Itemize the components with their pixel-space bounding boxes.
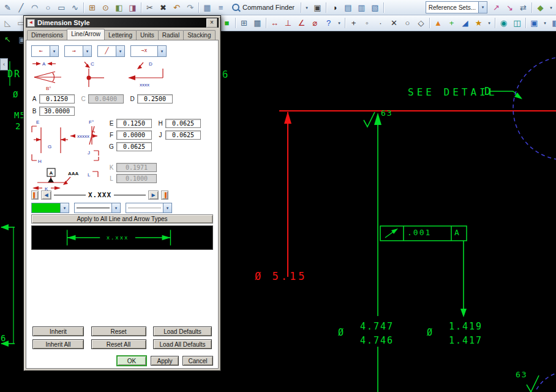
shaded-view-icon[interactable]: ◧ bbox=[549, 17, 556, 29]
redo-icon[interactable]: ↷ bbox=[184, 1, 197, 14]
first-arrowhead-combo[interactable]: ← ▾ bbox=[31, 45, 59, 57]
datum-axis-icon[interactable]: ▲ bbox=[432, 17, 445, 29]
previous-segment-button[interactable]: ◀ bbox=[41, 190, 51, 200]
input-d[interactable] bbox=[137, 94, 173, 104]
sketch-icon[interactable]: ✎ bbox=[1, 1, 14, 14]
tab-lettering[interactable]: Lettering bbox=[104, 30, 137, 40]
line-font-combo[interactable]: ▾ bbox=[74, 203, 121, 213]
reset-all-button[interactable]: Reset All bbox=[91, 339, 146, 349]
point-constructor-icon[interactable]: + bbox=[445, 17, 458, 29]
input-b[interactable] bbox=[39, 107, 75, 116]
chevron-down-icon[interactable]: ▾ bbox=[116, 46, 124, 56]
command-finder-dropdown-icon[interactable]: ▾ bbox=[303, 1, 310, 14]
layer-category-icon[interactable]: ▧ bbox=[369, 1, 381, 14]
angular-dimension-icon[interactable]: ∠ bbox=[295, 17, 308, 29]
dialog-titlebar[interactable]: ◄ Dimension Style × bbox=[26, 18, 219, 28]
reset-button[interactable]: Reset bbox=[91, 326, 146, 336]
move-face-icon[interactable]: ↗ bbox=[490, 1, 503, 14]
cancel-button[interactable]: Cancel bbox=[182, 356, 213, 366]
snap-point-icon[interactable]: + bbox=[347, 17, 360, 29]
input-e[interactable] bbox=[116, 119, 152, 128]
hole-icon[interactable]: ⊙ bbox=[99, 1, 112, 14]
smart-point-icon[interactable]: ★ bbox=[472, 17, 485, 29]
undo-icon[interactable]: ↶ bbox=[170, 1, 183, 14]
subtract-icon[interactable]: ◨ bbox=[126, 1, 139, 14]
mid-point-icon[interactable]: · bbox=[374, 17, 387, 29]
input-f[interactable] bbox=[116, 130, 152, 140]
new-sheet-icon[interactable]: ■ bbox=[220, 17, 233, 29]
grid-icon[interactable]: ▦ bbox=[251, 17, 264, 29]
object-filter-icon[interactable]: ◉ bbox=[497, 17, 510, 29]
circle-icon[interactable]: ○ bbox=[42, 1, 54, 14]
first-segment-button[interactable]: ▌ bbox=[31, 190, 39, 200]
unite-icon[interactable]: ◧ bbox=[113, 1, 126, 14]
apply-button[interactable]: Apply bbox=[151, 356, 179, 366]
end-point-icon[interactable]: ◦ bbox=[361, 17, 374, 29]
close-icon[interactable]: × bbox=[206, 18, 217, 28]
dimension-dropdown-icon[interactable]: ▾ bbox=[336, 17, 343, 29]
quadrant-point-icon[interactable]: ◇ bbox=[415, 17, 427, 29]
chevron-down-icon[interactable]: ▾ bbox=[60, 203, 69, 213]
expressions-icon[interactable]: ≡ bbox=[214, 1, 227, 14]
line-display-combo[interactable]: ╱ ▾ bbox=[97, 45, 125, 57]
window-icon[interactable]: ▣ bbox=[311, 1, 324, 14]
csys-dropdown-icon[interactable]: ▾ bbox=[486, 17, 493, 29]
extrude-icon[interactable]: ⊞ bbox=[86, 1, 99, 14]
intersection-point-icon[interactable]: ✕ bbox=[388, 17, 400, 29]
reference-sets-combo[interactable]: Reference Sets... ▾ bbox=[426, 1, 487, 13]
line-width-combo[interactable]: ▾ bbox=[126, 203, 172, 213]
next-segment-button[interactable]: ▶ bbox=[148, 190, 159, 200]
pull-face-icon[interactable]: ↘ bbox=[503, 1, 516, 14]
ok-button[interactable]: OK bbox=[116, 355, 147, 366]
annotation-editor-icon[interactable]: ◺ bbox=[1, 17, 14, 29]
chevron-down-icon[interactable]: ▾ bbox=[163, 203, 171, 213]
view-dropdown-icon[interactable]: ▾ bbox=[541, 17, 549, 29]
trim-icon[interactable]: ✂ bbox=[143, 1, 156, 14]
tab-radial[interactable]: Radial bbox=[158, 30, 184, 40]
input-g[interactable] bbox=[116, 142, 152, 151]
load-defaults-button[interactable]: Load Defaults bbox=[153, 326, 212, 336]
input-a[interactable] bbox=[39, 94, 75, 104]
synchronous-modeling-icon[interactable]: ◆ bbox=[534, 1, 547, 14]
chevron-down-icon[interactable]: ▾ bbox=[83, 46, 91, 56]
perpendicular-dimension-icon[interactable]: ⊥ bbox=[282, 17, 295, 29]
offset-region-icon[interactable]: ⇄ bbox=[517, 1, 530, 14]
command-finder[interactable]: Command Finder bbox=[228, 4, 299, 11]
selection-filter-icon[interactable]: ↖ bbox=[1, 33, 14, 46]
visible-layers-icon[interactable]: ▥ bbox=[355, 1, 368, 14]
arc-icon[interactable]: ◠ bbox=[28, 1, 41, 14]
apply-to-all-button[interactable]: Apply to All Line and Arrow Types bbox=[31, 214, 213, 224]
plane-icon[interactable]: ◢ bbox=[459, 17, 471, 29]
view-creation-icon[interactable]: ⊞ bbox=[238, 17, 250, 29]
work-layer-icon[interactable]: ◫ bbox=[511, 17, 524, 29]
diameter-dimension-icon[interactable]: ⌀ bbox=[309, 17, 321, 29]
display-mode-icon[interactable]: ◑ bbox=[328, 1, 341, 14]
studio-spline-icon[interactable]: ∿ bbox=[69, 1, 81, 14]
last-segment-button[interactable]: ▐ bbox=[161, 190, 168, 200]
chevron-down-icon[interactable]: ▾ bbox=[478, 2, 487, 13]
second-arrowhead-combo[interactable]: → ▾ bbox=[64, 45, 92, 57]
toolbar-collapse-handle[interactable]: ‹ bbox=[0, 58, 8, 70]
tab-line-arrow[interactable]: Line/Arrow bbox=[67, 29, 105, 40]
load-all-defaults-button[interactable]: Load All Defaults bbox=[153, 339, 212, 349]
inherit-all-button[interactable]: Inherit All bbox=[32, 339, 84, 349]
input-h[interactable] bbox=[165, 119, 201, 128]
delete-icon[interactable]: ✖ bbox=[157, 1, 170, 14]
linear-dimension-icon[interactable]: ↔ bbox=[268, 17, 281, 29]
chevron-down-icon[interactable]: ▾ bbox=[50, 46, 58, 56]
input-j[interactable] bbox=[165, 130, 201, 140]
line-color-combo[interactable]: ▾ bbox=[31, 203, 69, 213]
inherit-button[interactable]: Inherit bbox=[32, 326, 84, 336]
layer-settings-icon[interactable]: ▤ bbox=[342, 1, 355, 14]
tab-stacking[interactable]: Stacking bbox=[183, 30, 215, 40]
chevron-down-icon[interactable]: ▾ bbox=[157, 46, 166, 56]
text-arrow-combo[interactable]: →x ▾ bbox=[130, 45, 167, 57]
tab-dimensions[interactable]: Dimensions bbox=[27, 30, 67, 40]
arc-center-icon[interactable]: ○ bbox=[401, 17, 414, 29]
chevron-down-icon[interactable]: ▾ bbox=[111, 203, 120, 213]
pattern-icon[interactable]: ▦ bbox=[201, 1, 214, 14]
line-icon[interactable]: ╱ bbox=[15, 1, 28, 14]
view-orient-icon[interactable]: ▣ bbox=[528, 17, 541, 29]
help-icon[interactable]: ? bbox=[322, 17, 335, 29]
more-commands-icon[interactable]: ▾ bbox=[547, 1, 555, 14]
